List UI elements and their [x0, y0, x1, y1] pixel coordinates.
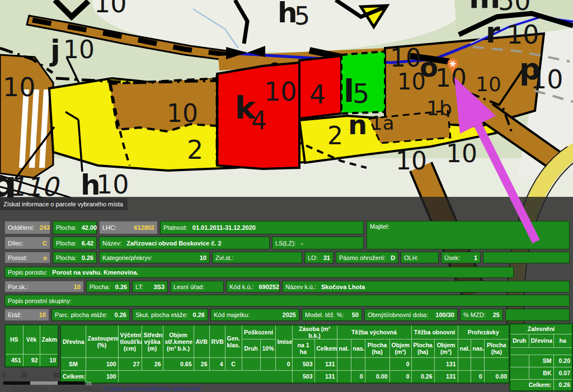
cell-zal-drevina: BK [529, 367, 553, 379]
cell-imise: 0 [275, 358, 292, 371]
map-label: 10 [390, 44, 421, 72]
map-label: m [469, 0, 500, 15]
scalebar-segment [30, 381, 58, 385]
col-posk-10pct: 10% [260, 339, 275, 358]
field-kod-majetku: Kód majetku:2025 [210, 309, 299, 321]
cell-posk-10pct [260, 358, 275, 371]
col-tv-nas: nas. [351, 339, 365, 358]
field-plocha-dilec: Plocha:6.42 [53, 237, 97, 249]
cell-posk-druh [242, 358, 260, 371]
map-label: 1a [370, 112, 394, 134]
map-label: 10 [264, 77, 297, 107]
cell-pr-nal [458, 358, 471, 371]
map-label: 10 [94, 0, 127, 18]
field-plocha-porost: Plocha:0.26 [53, 252, 97, 263]
field-nazev: Název:Zařizovací obvod Boskovice č. 2 [99, 237, 270, 249]
field-lo: LO:31 [304, 252, 334, 263]
cell-total-to-objem: 131 [434, 371, 458, 383]
field-dilec: Dílec:C [4, 237, 50, 249]
field-zvlst: Zvl.st.: [212, 252, 302, 263]
field-obmyti: Obmýtí/obnovní doba:100/30 [364, 309, 458, 321]
col-objem-kmene: Objem stř.kmene (m³ b.k.) [163, 325, 194, 358]
group-poskozeni: Poškození [242, 325, 275, 339]
cell-total-tv-nal [337, 371, 351, 383]
map-label: 5 [353, 78, 370, 109]
group-tezba-obnovni: Těžba obnovní [411, 325, 458, 339]
scalebar-segment [3, 381, 30, 385]
cell-hs: 451 [5, 354, 23, 367]
col-zal-druh: Druh [510, 334, 529, 347]
scalebar-segment [58, 381, 84, 385]
field-plocha-porsk: Plocha:0.26 [86, 281, 130, 292]
hs-table: HS Věk Zakm. 451 92 10 [4, 324, 59, 367]
col-to-objem: Objem (m³) [434, 339, 458, 358]
col-gen-klas: Gen. klas. [225, 325, 242, 358]
group-zalesneni: Zalesnění [510, 324, 572, 334]
cell-zal-ha: 0.20 [553, 355, 572, 367]
cell-total-tv-plocha: 0.00 [365, 371, 389, 383]
cell-zal-druh [510, 367, 529, 379]
col-vek: Věk [23, 325, 40, 354]
map-label: j [49, 34, 60, 67]
cell-tv-plocha [365, 358, 389, 371]
map-label: 10 [96, 169, 129, 200]
map-label: 1b [426, 97, 452, 120]
map-label: r [486, 16, 500, 49]
table-row: SM 0.20 [510, 355, 572, 367]
col-pr-plocha: Plocha (ha) [484, 339, 509, 358]
cell-total-pr-plocha: 0.00 [484, 371, 509, 383]
scale-tick-25: 25 [21, 372, 27, 379]
panel-cell-empty [505, 309, 570, 321]
cell-total-na1ha: 503 [292, 371, 314, 383]
field-majitel: Majitel: [367, 221, 570, 249]
cell-zakm: 10 [40, 354, 58, 367]
cell-total-celkem: 131 [314, 371, 337, 383]
field-parc-plocha: Parc. plocha etáže:0.26 [51, 309, 130, 321]
field-kategorie: Kategorie/překryv:10 [99, 252, 210, 263]
col-hs: HS [5, 325, 23, 354]
map-label: 10 [63, 35, 95, 64]
field-skut-plocha: Skut. plocha etáže:0.26 [132, 309, 208, 321]
cell-pr-plocha [484, 358, 509, 371]
cell-zal-spacer [510, 347, 572, 355]
map-label: 50 [498, 0, 531, 16]
attrib-seznam[interactable]: © Seznam.cz, a.s [4, 386, 49, 392]
field-usek: Úsek:1 [441, 252, 481, 263]
field-lhc: LHC:612802 [99, 221, 158, 234]
map-label: 5 [294, 2, 310, 30]
attrib-osm[interactable]: © OpenStreetMap [54, 386, 99, 392]
cell-zal-ha: 0.07 [553, 367, 572, 379]
map-label: 2 [187, 135, 203, 165]
col-pr-nal: nal. [458, 339, 471, 358]
cell-total-pr-nal [458, 371, 471, 383]
field-popis-porostu: Popis porostu:Porost na svahu. Kmenovina… [4, 267, 514, 278]
col-stredni: Střední výška (m) [142, 325, 163, 358]
cell-zal-total-value: 0.26 [553, 379, 572, 391]
map-label: 4 [251, 106, 267, 135]
col-to-plocha: Plocha (ha) [411, 339, 434, 358]
cell-total-pr-nas: 0 [471, 371, 484, 383]
cell-total-tv-nas: 0 [351, 371, 365, 383]
table-row: BK 0.07 [510, 367, 572, 379]
attrib-uhul[interactable]: © Ústav pro hospodářskou úpravu lesů [104, 386, 201, 392]
cell-zal-drevina: SM [529, 355, 553, 367]
field-popis-skupiny: Popis porostní skupiny: [4, 295, 570, 306]
field-lt: LT:3S3 [132, 281, 168, 292]
col-posk-druh: Druh [242, 339, 260, 358]
map-label: 10 [506, 20, 539, 50]
cell-avb: 26 [194, 358, 209, 371]
field-mzd: % MZD:25 [460, 309, 503, 321]
table-total-row: Celkem: 100 503 131 0 0.00 0 0.26 131 0 … [60, 371, 509, 383]
scale-tick-0: 0 [2, 372, 6, 379]
table-spacer-row [510, 347, 572, 355]
cell-zastoupeni: 100 [86, 358, 118, 371]
map-label: 10 [3, 72, 36, 102]
col-zastoupeni: Zastoupení (%) [86, 325, 118, 358]
field-nazev-ku: Název k.ú.:Skočova Lhota [282, 281, 570, 292]
col-vycetni: Výčetní tloušťka (cm) [118, 325, 142, 358]
field-lesni-urad: Lesní úřad: [170, 281, 224, 292]
map-label: 10 [396, 147, 427, 175]
field-olh: OLH: [401, 252, 439, 263]
field-pasmo: Pásmo ohrožení:D [336, 252, 398, 263]
cell-zal-druh [510, 355, 529, 367]
